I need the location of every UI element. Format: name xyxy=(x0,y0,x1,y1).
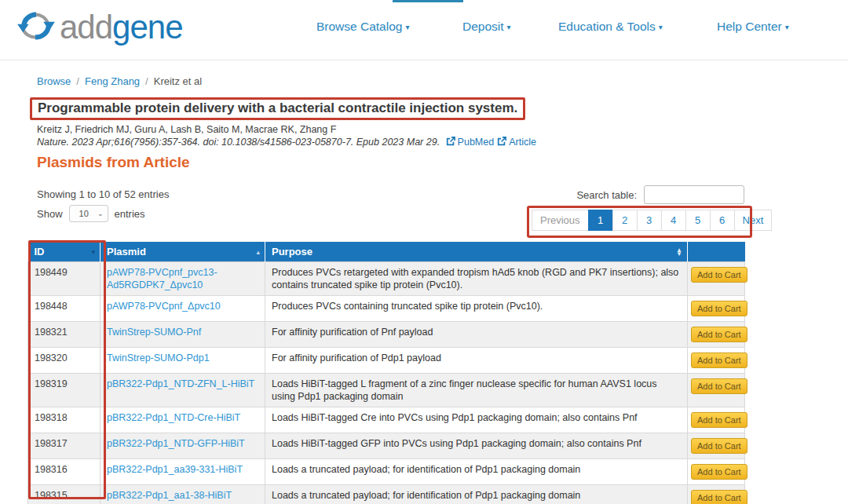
add-to-cart-button[interactable]: Add to Cart xyxy=(691,412,747,428)
page-size-select[interactable]: 10 ⌄ xyxy=(69,205,108,222)
cell-purpose: Loads HiBiT-tagged GFP into PVCs using P… xyxy=(265,433,688,459)
citation-links: PubMedArticle xyxy=(443,137,536,148)
cell-action: Add to Cart xyxy=(688,296,745,322)
cell-plasmid: TwinStrep-SUMO-Pdp1 xyxy=(101,348,265,374)
cell-purpose: Produces PVCs containing truncated spike… xyxy=(265,296,688,322)
nav-item-help-center[interactable]: Help Center▾ xyxy=(717,20,789,34)
table-row: 198321TwinStrep-SUMO-PnfFor affinity pur… xyxy=(28,322,745,348)
sort-desc-icon[interactable]: ▾ xyxy=(91,248,95,255)
breadcrumb-link[interactable]: Browse xyxy=(37,75,71,87)
pagination-page-4[interactable]: 4 xyxy=(661,210,686,231)
breadcrumb-separator: / xyxy=(145,75,148,87)
table-row: 198320TwinStrep-SUMO-Pdp1For affinity pu… xyxy=(28,348,745,374)
plasmid-link[interactable]: TwinStrep-SUMO-Pnf xyxy=(107,327,201,338)
plasmid-link[interactable]: pBR322-Pdp1_NTD-ZFN_L-HiBiT xyxy=(107,378,254,389)
add-to-cart-button[interactable]: Add to Cart xyxy=(691,267,747,283)
nav-item-browse-catalog[interactable]: Browse Catalog▾ xyxy=(316,20,409,34)
add-to-cart-button[interactable]: Add to Cart xyxy=(691,490,747,504)
pagination-page-2[interactable]: 2 xyxy=(612,210,638,231)
sort-both-icon[interactable]: ▲▼ xyxy=(676,248,682,256)
cell-purpose: Loads a truncated payload; for identific… xyxy=(265,485,688,504)
plasmid-link[interactable]: pBR322-Pdp1_aa39-331-HiBiT xyxy=(107,464,243,475)
cell-plasmid: pBR322-Pdp1_NTD-ZFN_L-HiBiT xyxy=(101,374,265,407)
cell-id: 198319 xyxy=(28,374,101,407)
plasmid-link[interactable]: TwinStrep-SUMO-Pdp1 xyxy=(107,352,210,363)
cell-purpose: For affinity purification of Pnf payload xyxy=(265,322,688,348)
table-row: 198448pAWP78-PVCpnf_Δpvc10Produces PVCs … xyxy=(28,296,745,322)
sort-down-glyph: ▼ xyxy=(676,252,682,256)
cell-purpose: Produces PVCs retargeted with expanded t… xyxy=(265,262,688,296)
search-input[interactable] xyxy=(644,185,744,204)
article-title: Programmable protein delivery with a bac… xyxy=(38,100,517,116)
plasmid-link[interactable]: pBR322-Pdp1_NTD-GFP-HiBiT xyxy=(107,438,245,449)
cell-id: 198317 xyxy=(28,433,101,459)
search-table-control: Search table: xyxy=(518,185,744,204)
chevron-down-icon: ⌄ xyxy=(97,210,104,217)
plasmid-link[interactable]: pBR322-Pdp1_aa1-38-HiBiT xyxy=(107,490,232,501)
table-row: 198449pAWP78-PVCpnf_pvc13-Ad5RGDPK7_Δpvc… xyxy=(28,262,745,296)
add-to-cart-button[interactable]: Add to Cart xyxy=(691,327,747,342)
cell-action: Add to Cart xyxy=(688,374,745,407)
table-row: 198318pBR322-Pdp1_NTD-Cre-HiBiTLoads HiB… xyxy=(28,407,745,433)
search-label: Search table: xyxy=(576,189,637,201)
main-nav: Browse Catalog▾Deposit▾Education & Tools… xyxy=(0,0,848,55)
plasmid-table: ID▾Plasmid▴Purpose▲▼ 198449pAWP78-PVCpnf… xyxy=(27,242,745,504)
add-to-cart-button[interactable]: Add to Cart xyxy=(691,438,747,454)
plasmid-link[interactable]: pAWP78-PVCpnf_Δpvc10 xyxy=(107,301,221,312)
cell-action: Add to Cart xyxy=(688,485,745,504)
cell-purpose: Loads a truncated payload; for identific… xyxy=(265,459,688,485)
cell-action: Add to Cart xyxy=(688,407,745,433)
article-authors: Kreitz J, Friedrich MJ, Guru A, Lash B, … xyxy=(37,124,336,135)
citation-text: Nature. 2023 Apr;616(7956):357-364. doi:… xyxy=(37,137,440,148)
show-label: Show xyxy=(37,208,63,220)
column-header-id[interactable]: ID▾ xyxy=(28,242,101,262)
entries-label: entries xyxy=(115,208,145,220)
add-to-cart-button[interactable]: Add to Cart xyxy=(691,464,747,480)
add-to-cart-button[interactable]: Add to Cart xyxy=(691,352,747,368)
sort-asc-icon[interactable]: ▴ xyxy=(256,248,260,255)
add-to-cart-button[interactable]: Add to Cart xyxy=(691,301,747,316)
pagination-page-3[interactable]: 3 xyxy=(637,210,662,231)
external-link-icon xyxy=(446,137,455,146)
cell-purpose: For affinity purification of Pdp1 payloa… xyxy=(265,348,688,374)
pagination: Previous123456Next xyxy=(532,210,772,231)
cell-id: 198320 xyxy=(28,348,101,374)
cell-action: Add to Cart xyxy=(688,348,745,374)
cell-id: 198318 xyxy=(28,407,101,433)
column-header-purpose[interactable]: Purpose▲▼ xyxy=(265,242,688,262)
cell-action: Add to Cart xyxy=(688,433,745,459)
pagination-page-6[interactable]: 6 xyxy=(710,210,735,231)
plasmid-link[interactable]: pAWP78-PVCpnf_pvc13-Ad5RGDPK7_Δpvc10 xyxy=(107,267,217,290)
table-row: 198317pBR322-Pdp1_NTD-GFP-HiBiTLoads HiB… xyxy=(28,433,745,459)
cell-plasmid: TwinStrep-SUMO-Pnf xyxy=(101,322,265,348)
nav-item-education-tools[interactable]: Education & Tools▾ xyxy=(558,20,663,34)
plasmid-link[interactable]: pBR322-Pdp1_NTD-Cre-HiBiT xyxy=(107,412,240,423)
addgene-article-page: addgene Browse Catalog▾Deposit▾Education… xyxy=(0,0,848,504)
cell-id: 198449 xyxy=(28,262,101,296)
column-header-plasmid[interactable]: Plasmid▴ xyxy=(101,242,265,262)
cell-plasmid: pBR322-Pdp1_aa39-331-HiBiT xyxy=(101,459,265,485)
table-row: 198319pBR322-Pdp1_NTD-ZFN_L-HiBiTLoads H… xyxy=(28,374,745,407)
cell-id: 198321 xyxy=(28,322,101,348)
citation-link-article[interactable]: Article xyxy=(497,137,536,148)
citation-link-pubmed[interactable]: PubMed xyxy=(446,137,495,148)
article-citation: Nature. 2023 Apr;616(7956):357-364. doi:… xyxy=(37,137,536,148)
title-annotation-box: Programmable protein delivery with a bac… xyxy=(30,97,525,120)
breadcrumb-link[interactable]: Feng Zhang xyxy=(85,75,140,87)
cell-plasmid: pAWP78-PVCpnf_Δpvc10 xyxy=(101,296,265,322)
table-header-row: ID▾Plasmid▴Purpose▲▼ xyxy=(28,242,745,262)
pagination-page-5[interactable]: 5 xyxy=(685,210,711,231)
cell-plasmid: pBR322-Pdp1_NTD-GFP-HiBiT xyxy=(101,433,265,459)
cell-plasmid: pAWP78-PVCpnf_pvc13-Ad5RGDPK7_Δpvc10 xyxy=(101,262,265,296)
cell-plasmid: pBR322-Pdp1_NTD-Cre-HiBiT xyxy=(101,407,265,433)
breadcrumb: Browse/Feng Zhang/Kreitz et al xyxy=(37,75,202,87)
add-to-cart-button[interactable]: Add to Cart xyxy=(691,378,747,394)
cell-purpose: Loads HiBiT-tagged L fragment of a zinc … xyxy=(265,374,688,407)
cell-id: 198448 xyxy=(28,296,101,322)
nav-item-deposit[interactable]: Deposit▾ xyxy=(462,20,511,34)
pagination-page-1[interactable]: 1 xyxy=(588,210,613,231)
pagination-next[interactable]: Next xyxy=(734,210,773,231)
cell-purpose: Loads HiBiT-tagged Cre into PVCs using P… xyxy=(265,407,688,433)
caret-down-icon: ▾ xyxy=(659,23,663,31)
column-header-actions xyxy=(688,242,745,262)
